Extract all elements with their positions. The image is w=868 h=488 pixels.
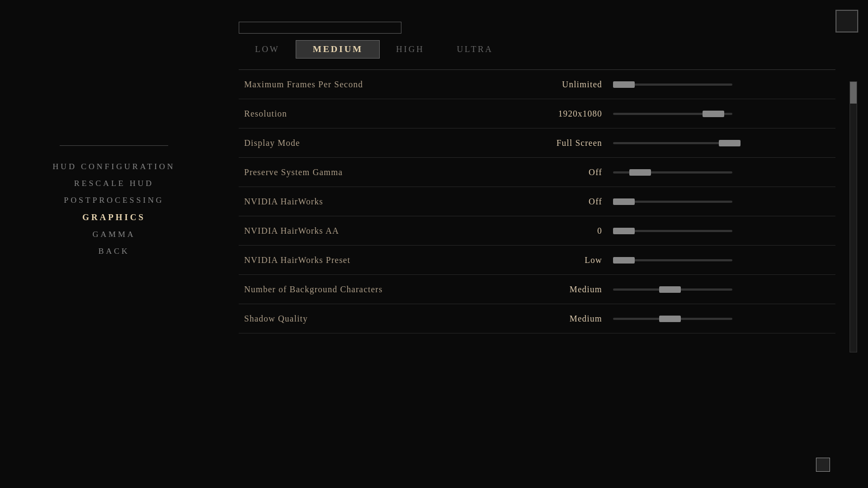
nav-item-graphics[interactable]: GRAPHICS xyxy=(82,213,145,222)
slider-thumb-8[interactable] xyxy=(659,316,681,322)
setting-name-6: NVIDIA HairWorks Preset xyxy=(239,255,532,265)
setting-name-5: NVIDIA HairWorks AA xyxy=(239,226,532,236)
slider-container-3[interactable] xyxy=(602,171,835,174)
preset-option-ultra[interactable]: ULTRA xyxy=(441,41,509,57)
setting-value-4: Off xyxy=(532,197,602,207)
setting-value-5: 0 xyxy=(532,226,602,236)
preset-option-low[interactable]: LOW xyxy=(239,41,296,57)
slider-thumb-2[interactable] xyxy=(719,140,741,146)
slider-track-5[interactable] xyxy=(613,230,732,232)
setting-row-7: Number of Background CharactersMedium xyxy=(239,275,835,304)
slider-container-1[interactable] xyxy=(602,113,835,115)
preset-header: LOWMEDIUMHIGHULTRA xyxy=(239,22,835,59)
setting-value-0: Unlimited xyxy=(532,80,602,89)
preset-option-high[interactable]: HIGH xyxy=(380,41,441,57)
setting-name-4: NVIDIA HairWorks xyxy=(239,197,532,207)
setting-row-3: Preserve System GammaOff xyxy=(239,158,835,187)
slider-track-6[interactable] xyxy=(613,259,732,261)
setting-name-1: Resolution xyxy=(239,109,532,119)
setting-value-3: Off xyxy=(532,168,602,177)
slider-thumb-1[interactable] xyxy=(703,111,724,117)
setting-name-8: Shadow Quality xyxy=(239,314,532,324)
slider-thumb-6[interactable] xyxy=(613,257,635,264)
scrollbar-thumb[interactable] xyxy=(850,82,857,104)
preset-option-medium[interactable]: MEDIUM xyxy=(296,40,380,59)
settings-list: Maximum Frames Per SecondUnlimitedResolu… xyxy=(239,69,835,333)
slider-track-2[interactable] xyxy=(613,142,732,144)
nav-item-postprocessing[interactable]: POSTPROCESSING xyxy=(64,196,164,205)
nav-item-gamma[interactable]: GAMMA xyxy=(92,230,135,239)
game-logo xyxy=(16,16,212,136)
slider-track-0[interactable] xyxy=(613,84,732,86)
setting-row-2: Display ModeFull Screen xyxy=(239,129,835,158)
scrollbar[interactable] xyxy=(850,81,857,352)
sidebar: HUD CONFIGURATIONRESCALE HUDPOSTPROCESSI… xyxy=(0,0,228,488)
nav-item-rescale-hud[interactable]: RESCALE HUD xyxy=(74,179,154,188)
preset-selector: LOWMEDIUMHIGHULTRA xyxy=(239,40,835,59)
slider-thumb-0[interactable] xyxy=(613,81,635,88)
slider-container-6[interactable] xyxy=(602,259,835,261)
apply-area[interactable] xyxy=(816,458,835,472)
slider-track-3[interactable] xyxy=(613,171,732,174)
setting-row-8: Shadow QualityMedium xyxy=(239,304,835,333)
setting-value-2: Full Screen xyxy=(532,138,602,148)
slider-thumb-5[interactable] xyxy=(613,228,635,234)
nav-menu: HUD CONFIGURATIONRESCALE HUDPOSTPROCESSI… xyxy=(0,162,228,256)
slider-thumb-4[interactable] xyxy=(613,198,635,205)
slider-thumb-3[interactable] xyxy=(629,169,651,176)
setting-row-0: Maximum Frames Per SecondUnlimited xyxy=(239,70,835,99)
main-content: LOWMEDIUMHIGHULTRA Maximum Frames Per Se… xyxy=(228,0,868,488)
setting-name-7: Number of Background Characters xyxy=(239,285,532,294)
setting-value-7: Medium xyxy=(532,285,602,294)
slider-track-4[interactable] xyxy=(613,201,732,203)
close-button[interactable] xyxy=(835,10,858,33)
slider-container-5[interactable] xyxy=(602,230,835,232)
nav-item-hud-configuration[interactable]: HUD CONFIGURATION xyxy=(53,162,175,171)
setting-name-2: Display Mode xyxy=(239,138,532,148)
slider-container-7[interactable] xyxy=(602,288,835,291)
preset-label xyxy=(239,22,401,34)
slider-container-0[interactable] xyxy=(602,84,835,86)
slider-track-8[interactable] xyxy=(613,318,732,320)
slider-container-4[interactable] xyxy=(602,201,835,203)
setting-value-6: Low xyxy=(532,255,602,265)
nav-item-back[interactable]: BACK xyxy=(98,247,130,256)
setting-row-5: NVIDIA HairWorks AA0 xyxy=(239,216,835,246)
slider-container-8[interactable] xyxy=(602,318,835,320)
setting-name-0: Maximum Frames Per Second xyxy=(239,80,532,89)
section-label xyxy=(60,141,168,146)
slider-thumb-7[interactable] xyxy=(659,286,681,293)
setting-row-4: NVIDIA HairWorksOff xyxy=(239,187,835,216)
setting-row-6: NVIDIA HairWorks PresetLow xyxy=(239,246,835,275)
setting-value-8: Medium xyxy=(532,314,602,324)
apply-key xyxy=(816,458,830,472)
setting-value-1: 1920x1080 xyxy=(532,109,602,119)
slider-track-7[interactable] xyxy=(613,288,732,291)
setting-row-1: Resolution1920x1080 xyxy=(239,99,835,129)
slider-container-2[interactable] xyxy=(602,142,835,144)
setting-name-3: Preserve System Gamma xyxy=(239,168,532,177)
slider-track-1[interactable] xyxy=(613,113,732,115)
